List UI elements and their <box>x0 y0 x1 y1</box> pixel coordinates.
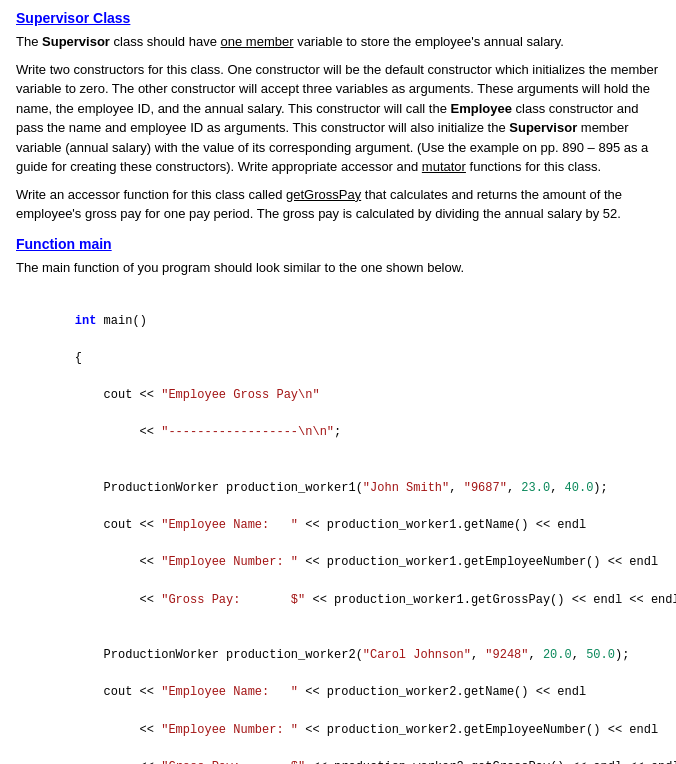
para1-end: variable to store the employee's annual … <box>297 34 564 49</box>
code-line-2: { <box>46 349 660 368</box>
function-para1: The main function of you program should … <box>16 258 660 278</box>
function-title[interactable]: Function main <box>16 236 660 252</box>
code-block: int main() { cout << "Employee Gross Pay… <box>16 285 660 764</box>
supervisor-section: Supervisor Class The Supervisor class sh… <box>16 10 660 224</box>
code-line-3: cout << "Employee Gross Pay\n" <box>46 386 660 405</box>
code-line-9: << "Gross Pay: $" << production_worker1.… <box>46 591 660 610</box>
code-line-13: << "Employee Number: " << production_wor… <box>46 721 660 740</box>
code-line-14: << "Gross Pay: $" << production_worker2.… <box>46 758 660 764</box>
code-line-8: << "Employee Number: " << production_wor… <box>46 553 660 572</box>
code-line-12: cout << "Employee Name: " << production_… <box>46 683 660 702</box>
supervisor-para2: Write two constructors for this class. O… <box>16 60 660 177</box>
supervisor-bold: Supervisor <box>509 120 577 135</box>
getgrosspay-underline: getGrossPay <box>286 187 361 202</box>
code-line-1: int main() <box>46 312 660 331</box>
para1-underline: one member <box>221 34 294 49</box>
supervisor-para1: The Supervisor class should have one mem… <box>16 32 660 52</box>
supervisor-para3: Write an accessor function for this clas… <box>16 185 660 224</box>
code-line-6: ProductionWorker production_worker1("Joh… <box>46 479 660 498</box>
mutator-underline: mutator <box>422 159 466 174</box>
code-line-7: cout << "Employee Name: " << production_… <box>46 516 660 535</box>
supervisor-title[interactable]: Supervisor Class <box>16 10 660 26</box>
para1-bold: Supervisor <box>42 34 110 49</box>
para1-text: The <box>16 34 42 49</box>
para1-rest: class should have <box>114 34 221 49</box>
function-section: Function main The main function of you p… <box>16 236 660 765</box>
code-line-11: ProductionWorker production_worker2("Car… <box>46 646 660 665</box>
code-line-4: << "------------------\n\n"; <box>46 423 660 442</box>
employee-bold: Employee <box>451 101 512 116</box>
